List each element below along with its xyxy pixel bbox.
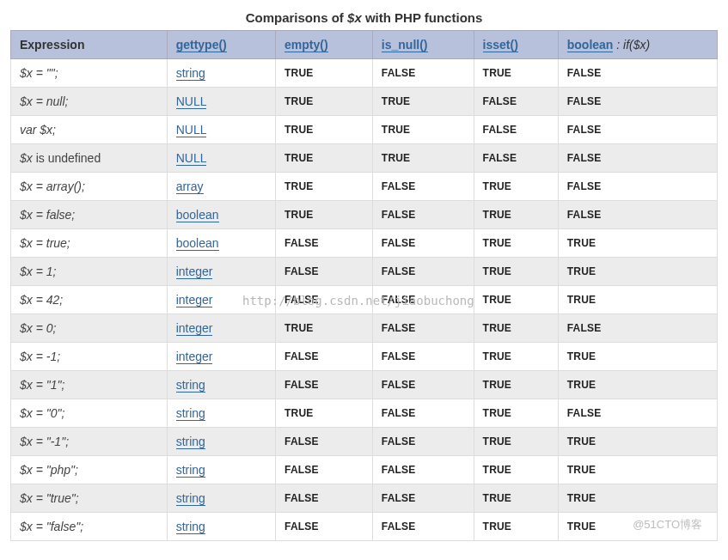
type-link[interactable]: integer [176, 293, 213, 307]
isset-cell: FALSE [474, 88, 558, 116]
table-row: $x = null;NULLTRUETRUEFALSEFALSE [11, 88, 718, 116]
isset-cell: TRUE [474, 258, 558, 286]
is-null-cell: TRUE [372, 144, 474, 173]
gettype-cell: integer [167, 258, 275, 286]
header-expression: Expression [11, 31, 168, 59]
isset-cell: FALSE [474, 144, 558, 173]
gettype-link[interactable]: gettype() [176, 38, 227, 52]
type-link[interactable]: string [176, 406, 205, 421]
type-link[interactable]: string [176, 491, 205, 506]
empty-cell: TRUE [276, 144, 373, 173]
comparison-table: Expression gettype() empty() is_null() i… [10, 30, 718, 541]
is-null-cell: FALSE [372, 513, 474, 541]
type-link[interactable]: string [176, 435, 205, 449]
gettype-cell: boolean [167, 201, 275, 229]
isset-cell: TRUE [474, 371, 558, 399]
expression-cell: $x = null; [11, 88, 168, 116]
type-link[interactable]: integer [176, 350, 213, 364]
expression-cell: $x = true; [11, 229, 168, 258]
boolean-cell: TRUE [558, 343, 717, 371]
isset-cell: TRUE [474, 513, 558, 541]
expression-cell: $x is undefined [11, 144, 168, 173]
type-link[interactable]: NULL [176, 151, 207, 166]
empty-cell: FALSE [276, 258, 373, 286]
table-row: $x = true;booleanFALSEFALSETRUETRUE [11, 229, 718, 258]
boolean-cell: TRUE [558, 286, 717, 314]
boolean-suffix: : if($x) [613, 38, 650, 52]
type-link[interactable]: string [176, 520, 205, 534]
expression-cell: var $x; [11, 116, 168, 144]
expression-cell: $x = -1; [11, 343, 168, 371]
is-null-cell: FALSE [372, 201, 474, 229]
gettype-cell: integer [167, 343, 275, 371]
empty-cell: FALSE [276, 371, 373, 399]
gettype-cell: integer [167, 286, 275, 314]
table-row: $x = "0";stringTRUEFALSETRUEFALSE [11, 399, 718, 428]
is-null-cell: FALSE [372, 258, 474, 286]
empty-cell: TRUE [276, 116, 373, 144]
gettype-cell: string [167, 59, 275, 88]
type-link[interactable]: string [176, 66, 205, 81]
is-null-link[interactable]: is_null() [382, 38, 428, 52]
empty-cell: FALSE [276, 456, 373, 484]
is-null-cell: FALSE [372, 314, 474, 343]
type-link[interactable]: NULL [176, 94, 207, 109]
is-null-cell: TRUE [372, 116, 474, 144]
boolean-cell: TRUE [558, 229, 717, 258]
table-row: $x = -1;integerFALSEFALSETRUETRUE [11, 343, 718, 371]
empty-link[interactable]: empty() [284, 38, 328, 52]
type-link[interactable]: boolean [176, 236, 219, 251]
table-row: $x = "false";stringFALSEFALSETRUETRUE [11, 513, 718, 541]
table-row: var $x;NULLTRUETRUEFALSEFALSE [11, 116, 718, 144]
empty-cell: FALSE [276, 229, 373, 258]
empty-cell: TRUE [276, 399, 373, 428]
expression-cell: $x = "true"; [11, 484, 168, 513]
type-link[interactable]: string [176, 378, 205, 393]
boolean-cell: FALSE [558, 59, 717, 88]
gettype-cell: boolean [167, 229, 275, 258]
gettype-cell: string [167, 456, 275, 484]
boolean-link[interactable]: boolean [567, 38, 614, 52]
isset-cell: TRUE [474, 343, 558, 371]
boolean-cell: TRUE [558, 484, 717, 513]
empty-cell: TRUE [276, 201, 373, 229]
is-null-cell: FALSE [372, 59, 474, 88]
boolean-cell: FALSE [558, 144, 717, 173]
is-null-cell: FALSE [372, 399, 474, 428]
boolean-cell: FALSE [558, 399, 717, 428]
boolean-cell: FALSE [558, 173, 717, 201]
boolean-cell: FALSE [558, 314, 717, 343]
empty-cell: FALSE [276, 286, 373, 314]
type-link[interactable]: integer [176, 321, 213, 336]
table-row: $x is undefinedNULLTRUETRUEFALSEFALSE [11, 144, 718, 173]
table-row: $x = array();arrayTRUEFALSETRUEFALSE [11, 173, 718, 201]
empty-cell: FALSE [276, 428, 373, 456]
header-empty: empty() [276, 31, 373, 59]
gettype-cell: NULL [167, 88, 275, 116]
expression-cell: $x = 42; [11, 286, 168, 314]
type-link[interactable]: array [176, 180, 204, 194]
expression-cell: $x = 1; [11, 258, 168, 286]
type-link[interactable]: integer [176, 265, 213, 279]
caption-suffix: with PHP functions [362, 10, 483, 25]
isset-link[interactable]: isset() [483, 38, 518, 52]
empty-cell: TRUE [276, 59, 373, 88]
empty-cell: FALSE [276, 343, 373, 371]
table-row: $x = 1;integerFALSEFALSETRUETRUE [11, 258, 718, 286]
is-null-cell: FALSE [372, 229, 474, 258]
gettype-cell: string [167, 484, 275, 513]
is-null-cell: FALSE [372, 286, 474, 314]
type-link[interactable]: string [176, 463, 205, 478]
table-row: $x = "1";stringFALSEFALSETRUETRUE [11, 371, 718, 399]
type-link[interactable]: NULL [176, 123, 207, 137]
table-caption: Comparisons of $x with PHP functions [10, 10, 718, 25]
expression-cell: $x = 0; [11, 314, 168, 343]
isset-cell: FALSE [474, 116, 558, 144]
empty-cell: TRUE [276, 173, 373, 201]
type-link[interactable]: boolean [176, 208, 219, 222]
table-row: $x = "";stringTRUEFALSETRUEFALSE [11, 59, 718, 88]
boolean-cell: FALSE [558, 201, 717, 229]
isset-cell: TRUE [474, 314, 558, 343]
empty-cell: TRUE [276, 314, 373, 343]
table-row: $x = 0;integerTRUEFALSETRUEFALSE [11, 314, 718, 343]
